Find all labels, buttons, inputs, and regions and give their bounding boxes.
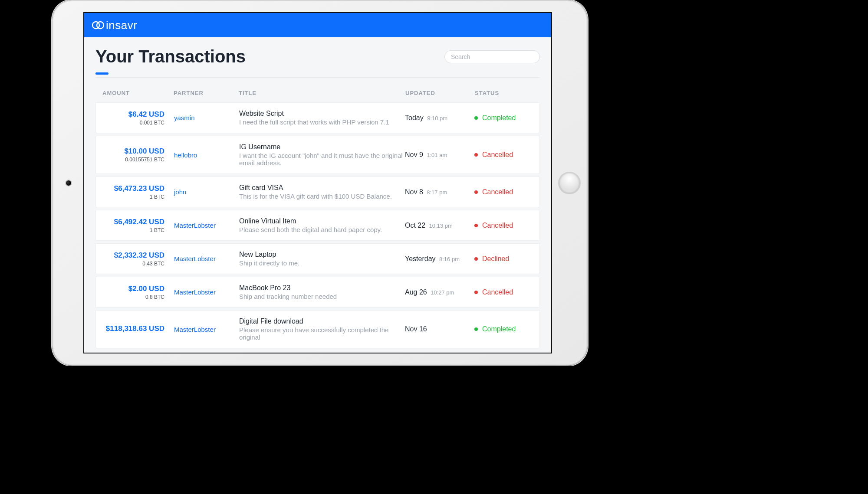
updated-date: Nov 9 <box>405 151 423 158</box>
cell-title: IG Username I want the IG account "john"… <box>239 143 405 167</box>
status-dot-icon <box>474 224 478 227</box>
amount-usd: $6.42 USD <box>100 110 164 119</box>
page-title: Your Transactions <box>95 47 246 66</box>
partner-link[interactable]: john <box>174 188 239 196</box>
col-header-updated: UPDATED <box>405 90 475 96</box>
status-label: Cancelled <box>482 188 513 196</box>
transaction-title: Digital File download <box>239 317 405 325</box>
cell-amount: $6,492.42 USD 1 BTC <box>100 218 174 233</box>
cell-title: New Laptop Ship it directly to me. <box>239 251 405 267</box>
table-row[interactable]: $6,492.42 USD 1 BTC MasterLobster Online… <box>95 210 540 241</box>
cell-title: MacBook Pro 23 Ship and tracking number … <box>239 284 405 300</box>
device-home-button[interactable] <box>559 173 580 193</box>
cell-updated: Nov 9 1:01 am <box>405 151 474 159</box>
status-label: Completed <box>482 325 516 333</box>
partner-link[interactable]: MasterLobster <box>174 255 239 262</box>
table-body: $6.42 USD 0.001 BTC yasmin Website Scrip… <box>95 102 540 348</box>
status-dot-icon <box>474 190 478 194</box>
cell-amount: $6,473.23 USD 1 BTC <box>100 184 174 200</box>
cell-updated: Yesterday 8:16 pm <box>405 255 474 263</box>
amount-btc: 0.43 BTC <box>100 261 164 267</box>
amount-btc: 1 BTC <box>100 227 164 233</box>
transaction-desc: Please ensure you have successfully comp… <box>239 326 405 341</box>
brand-logo[interactable]: insavr <box>92 19 137 32</box>
status-label: Cancelled <box>482 288 513 296</box>
cell-updated: Today 9:10 pm <box>405 114 474 122</box>
table-row[interactable]: $2,332.32 USD 0.43 BTC MasterLobster New… <box>95 243 540 274</box>
cell-amount: $6.42 USD 0.001 BTC <box>100 110 174 126</box>
transaction-title: IG Username <box>239 143 405 151</box>
amount-usd: $6,473.23 USD <box>100 184 164 193</box>
status-label: Declined <box>482 255 509 263</box>
status-dot-icon <box>474 327 478 331</box>
device-camera <box>66 180 71 186</box>
search-input[interactable] <box>444 50 540 63</box>
cell-status: Declined <box>474 255 535 263</box>
cell-updated: Aug 26 10:27 pm <box>405 288 474 296</box>
cell-status: Cancelled <box>474 288 535 296</box>
updated-time: 9:10 pm <box>427 115 447 121</box>
cell-updated: Oct 22 10:13 pm <box>405 222 474 229</box>
title-underline <box>95 72 108 75</box>
cell-title: Online Virtual Item Please send both the… <box>239 217 405 233</box>
brand-text: insavr <box>106 19 137 32</box>
cell-title: Gift card VISA This is for the VISA gift… <box>239 184 405 200</box>
table-row[interactable]: $2.00 USD 0.8 BTC MasterLobster MacBook … <box>95 277 540 308</box>
partner-link[interactable]: yasmin <box>174 114 239 121</box>
transaction-title: Gift card VISA <box>239 184 405 192</box>
table-row[interactable]: $6,473.23 USD 1 BTC john Gift card VISA … <box>95 177 540 207</box>
updated-date: Oct 22 <box>405 222 425 229</box>
cell-status: Cancelled <box>474 151 535 159</box>
partner-link[interactable]: MasterLobster <box>174 288 239 296</box>
partner-link[interactable]: hellobro <box>174 151 239 159</box>
updated-time: 8:16 pm <box>439 256 460 262</box>
updated-time: 10:27 pm <box>431 289 454 296</box>
status-dot-icon <box>474 116 478 120</box>
amount-btc: 0.001 BTC <box>100 120 164 126</box>
col-header-status: STATUS <box>475 90 536 96</box>
table-row[interactable]: $118,318.63 USD MasterLobster Digital Fi… <box>95 310 540 348</box>
page-content: Your Transactions AMOUNT PARTNER TITLE U… <box>84 37 551 348</box>
cell-status: Cancelled <box>474 222 535 229</box>
amount-btc: 1 BTC <box>100 194 164 200</box>
cell-updated: Nov 16 <box>405 325 474 333</box>
updated-date: Nov 16 <box>405 325 427 333</box>
cell-title: Website Script I need the full script th… <box>239 110 405 126</box>
transaction-desc: Ship it directly to me. <box>239 259 405 267</box>
updated-time: 1:01 am <box>427 152 447 158</box>
updated-date: Aug 26 <box>405 288 427 296</box>
transaction-desc: I want the IG account "john" and it must… <box>239 152 405 167</box>
status-label: Cancelled <box>482 151 513 159</box>
status-label: Cancelled <box>482 222 513 229</box>
cell-amount: $2,332.32 USD 0.43 BTC <box>100 251 174 267</box>
updated-time: 8:17 pm <box>427 189 447 196</box>
brand-icon <box>92 20 105 30</box>
amount-usd: $6,492.42 USD <box>100 218 164 226</box>
transaction-title: Online Virtual Item <box>239 217 405 225</box>
transaction-title: Website Script <box>239 110 405 118</box>
partner-link[interactable]: MasterLobster <box>174 326 239 333</box>
amount-usd: $10.00 USD <box>100 147 164 156</box>
updated-date: Yesterday <box>405 255 436 262</box>
page-header-row: Your Transactions <box>95 47 540 66</box>
app-screen: insavr Your Transactions AMOUNT PARTNER … <box>83 12 552 353</box>
svg-point-1 <box>97 22 104 29</box>
table-row[interactable]: $10.00 USD 0.00155751 BTC hellobro IG Us… <box>95 136 540 174</box>
table-row[interactable]: $6.42 USD 0.001 BTC yasmin Website Scrip… <box>95 102 540 133</box>
table-header: AMOUNT PARTNER TITLE UPDATED STATUS <box>95 78 540 102</box>
cell-status: Completed <box>474 114 535 122</box>
col-header-amount: AMOUNT <box>100 90 174 96</box>
tablet-device-frame: insavr Your Transactions AMOUNT PARTNER … <box>52 0 588 366</box>
amount-usd: $2,332.32 USD <box>100 251 164 260</box>
cell-amount: $10.00 USD 0.00155751 BTC <box>100 147 174 163</box>
amount-usd: $2.00 USD <box>100 285 164 293</box>
cell-status: Cancelled <box>474 188 535 196</box>
transaction-title: New Laptop <box>239 251 405 258</box>
amount-btc: 0.00155751 BTC <box>100 157 164 163</box>
amount-usd: $118,318.63 USD <box>100 324 164 333</box>
updated-date: Nov 8 <box>405 188 423 196</box>
updated-time: 10:13 pm <box>429 222 453 229</box>
partner-link[interactable]: MasterLobster <box>174 222 239 229</box>
transaction-desc: I need the full script that works with P… <box>239 118 405 126</box>
col-header-partner: PARTNER <box>174 90 239 96</box>
